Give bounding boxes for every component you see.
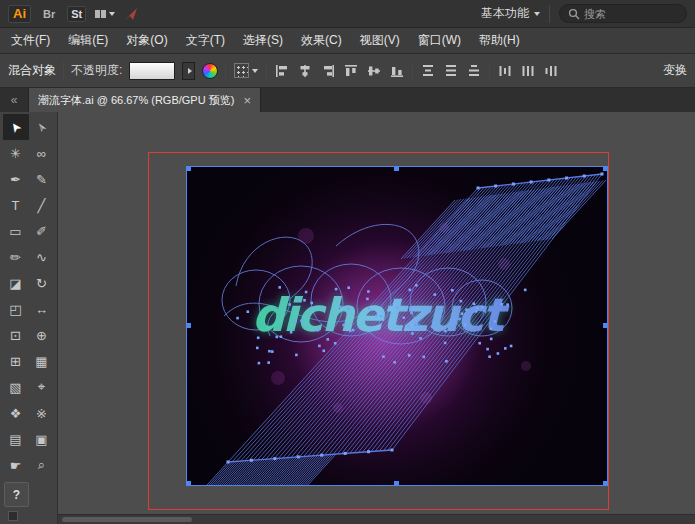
artboard-tool-icon: ▣ xyxy=(35,432,47,447)
close-tab-icon[interactable]: × xyxy=(243,95,251,106)
distribute-space-left-button[interactable] xyxy=(497,63,513,79)
perspective-grid-tool-icon: ⊞ xyxy=(10,354,21,369)
zoom-tool[interactable]: ⌕ xyxy=(29,452,55,478)
paintbrush-tool[interactable]: ✐ xyxy=(29,218,55,244)
menu-item-4[interactable]: 文字(T) xyxy=(177,28,234,53)
color-wheel-icon[interactable] xyxy=(202,63,218,79)
distribute-bottom-button[interactable] xyxy=(466,63,482,79)
menu-item-8[interactable]: 窗口(W) xyxy=(409,28,470,53)
pencil-tool[interactable]: ✏ xyxy=(3,244,29,270)
free-transform-tool[interactable]: ⊡ xyxy=(3,322,29,348)
line-segment-tool[interactable]: ╱ xyxy=(29,192,55,218)
rectangle-tool[interactable]: ▭ xyxy=(3,218,29,244)
help-button[interactable]: ? xyxy=(4,482,29,507)
blend-tool[interactable]: ❖ xyxy=(3,400,29,426)
chevron-down-icon xyxy=(109,12,115,16)
line-segment-tool-icon: ╱ xyxy=(38,198,46,213)
type-tool-icon: T xyxy=(12,198,20,213)
eyedropper-tool[interactable]: ⌖ xyxy=(29,374,55,400)
scale-tool[interactable]: ◰ xyxy=(3,296,29,322)
pen-tool[interactable]: ✒ xyxy=(3,166,29,192)
selection-tool-icon: ➤ xyxy=(6,118,25,136)
divider xyxy=(63,62,64,80)
collapse-tools-button[interactable]: « xyxy=(0,88,29,112)
divider xyxy=(225,62,226,80)
opacity-input[interactable] xyxy=(129,62,175,80)
artwork-background[interactable]: dichetzuctdichetzuct xyxy=(186,166,608,486)
column-graph-tool-icon: ▤ xyxy=(9,432,21,447)
type-tool[interactable]: T xyxy=(3,192,29,218)
artboard-tool[interactable]: ▣ xyxy=(29,426,55,452)
align-top-button[interactable] xyxy=(343,63,359,79)
scale-tool-icon: ◰ xyxy=(9,302,21,317)
tab-bar: « 潮流字体.ai @ 66.67% (RGB/GPU 预览) × xyxy=(0,88,695,112)
menu-item-7[interactable]: 视图(V) xyxy=(351,28,409,53)
search-box[interactable] xyxy=(559,4,687,23)
align-right-button[interactable] xyxy=(320,63,336,79)
tool-grid: ➤➢✳∞✒✎T╱▭✐✏∿◪↻◰↔⊡⊕⊞▦▧⌖❖※▤▣☛⌕ xyxy=(0,112,57,478)
gradient-tool-icon: ▧ xyxy=(9,380,21,395)
gradient-tool[interactable]: ▧ xyxy=(3,374,29,400)
document-tab[interactable]: 潮流字体.ai @ 66.67% (RGB/GPU 预览) × xyxy=(29,88,261,112)
align-vertical-center-button[interactable] xyxy=(366,63,382,79)
menu-item-3[interactable]: 对象(O) xyxy=(117,28,176,53)
magic-wand-tool[interactable]: ✳ xyxy=(3,140,29,166)
direct-selection-tool[interactable]: ➢ xyxy=(29,114,55,140)
rotate-tool-icon: ↻ xyxy=(36,276,47,291)
canvas[interactable]: dichetzuctdichetzuct xyxy=(58,112,695,514)
workspace-switcher[interactable]: 基本功能 xyxy=(481,5,540,22)
mesh-tool[interactable]: ▦ xyxy=(29,348,55,374)
align-left-button[interactable] xyxy=(274,63,290,79)
align-bottom-button[interactable] xyxy=(389,63,405,79)
magic-wand-tool-icon: ✳ xyxy=(10,146,21,161)
shape-builder-tool[interactable]: ⊕ xyxy=(29,322,55,348)
eraser-tool[interactable]: ◪ xyxy=(3,270,29,296)
main-area: ➤➢✳∞✒✎T╱▭✐✏∿◪↻◰↔⊡⊕⊞▦▧⌖❖※▤▣☛⌕ ? xyxy=(0,112,695,524)
distribute-vertical-center-button[interactable] xyxy=(443,63,459,79)
curvature-tool[interactable]: ✎ xyxy=(29,166,55,192)
symbol-sprayer-tool-icon: ※ xyxy=(36,406,47,421)
menu-item-1[interactable]: 文件(F) xyxy=(2,28,59,53)
align-horizontal-center-button[interactable] xyxy=(297,63,313,79)
shaper-tool[interactable]: ∿ xyxy=(29,244,55,270)
chevron-down-icon xyxy=(252,69,258,73)
gpu-performance-icon[interactable] xyxy=(124,7,138,21)
horizontal-scrollbar[interactable] xyxy=(62,517,192,522)
perspective-grid-tool[interactable]: ⊞ xyxy=(3,348,29,374)
lasso-tool[interactable]: ∞ xyxy=(29,140,55,166)
curvature-tool-icon: ✎ xyxy=(36,172,47,187)
column-graph-tool[interactable]: ▤ xyxy=(3,426,29,452)
pattern-options-button[interactable] xyxy=(233,62,259,79)
search-input[interactable] xyxy=(584,8,674,20)
menu-item-5[interactable]: 选择(S) xyxy=(234,28,292,53)
context-label: 混合对象 xyxy=(8,62,56,79)
menu-item-6[interactable]: 效果(C) xyxy=(292,28,351,53)
stock-button[interactable]: St xyxy=(67,6,86,22)
opacity-dropdown-button[interactable] xyxy=(182,62,195,80)
selection-tool[interactable]: ➤ xyxy=(3,114,29,140)
opacity-label: 不透明度: xyxy=(71,62,122,79)
width-tool-icon: ↔ xyxy=(35,302,48,317)
distribute-space-center-button[interactable] xyxy=(520,63,536,79)
application-bar: Ai Br St 基本功能 xyxy=(0,0,695,28)
distribute-space-right-button[interactable] xyxy=(543,63,559,79)
symbol-sprayer-tool[interactable]: ※ xyxy=(29,400,55,426)
eraser-tool-icon: ◪ xyxy=(9,276,21,291)
menu-item-2[interactable]: 编辑(E) xyxy=(59,28,117,53)
workspace-label: 基本功能 xyxy=(481,5,529,22)
rotate-tool[interactable]: ↻ xyxy=(29,270,55,296)
hand-tool[interactable]: ☛ xyxy=(3,452,29,478)
bridge-button[interactable]: Br xyxy=(40,7,58,21)
shaper-tool-icon: ∿ xyxy=(36,250,47,265)
tools-panel: ➤➢✳∞✒✎T╱▭✐✏∿◪↻◰↔⊡⊕⊞▦▧⌖❖※▤▣☛⌕ ? xyxy=(0,112,58,524)
distribute-top-button[interactable] xyxy=(420,63,436,79)
transform-label[interactable]: 变换 xyxy=(663,62,687,79)
arrange-documents-icon xyxy=(95,10,106,18)
arrange-documents-button[interactable] xyxy=(95,10,115,18)
free-transform-tool-icon: ⊡ xyxy=(10,328,21,343)
menu-item-9[interactable]: 帮助(H) xyxy=(470,28,529,53)
chevron-down-icon xyxy=(534,12,540,16)
width-tool[interactable]: ↔ xyxy=(29,296,55,322)
divider xyxy=(549,5,550,23)
lasso-tool-icon: ∞ xyxy=(37,146,46,161)
